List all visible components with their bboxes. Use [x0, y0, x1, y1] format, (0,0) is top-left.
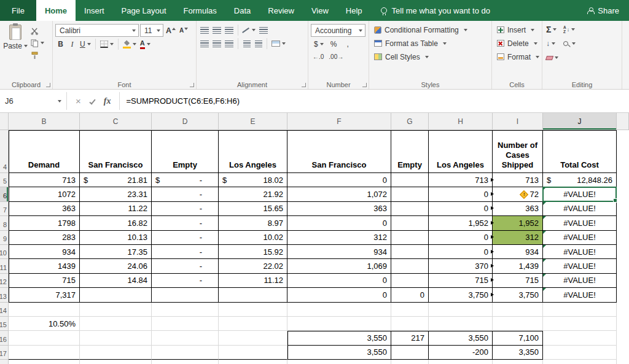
cell-D17[interactable] — [152, 346, 219, 360]
row-header-14[interactable]: 14 — [0, 303, 9, 317]
align-center-button[interactable] — [211, 37, 222, 50]
cell-H8[interactable]: 1,952 — [429, 216, 493, 230]
cell-E18[interactable] — [219, 360, 287, 364]
cell-B7[interactable]: 363 — [9, 202, 80, 216]
cell-D7[interactable]: - — [152, 202, 219, 216]
cell-C17[interactable] — [80, 346, 152, 360]
cell-H13[interactable]: 3,750 — [429, 288, 493, 302]
cell-I14[interactable] — [493, 303, 543, 317]
row-header-7[interactable]: 7 — [0, 202, 9, 216]
cell-E4[interactable]: Los Angeles — [219, 130, 287, 173]
cell-J8[interactable]: #VALUE! — [543, 216, 617, 230]
cell-B8[interactable]: 1798 — [9, 216, 80, 230]
font-size-select[interactable]: 11 — [140, 24, 163, 37]
cell-B4[interactable]: Demand — [9, 130, 80, 173]
column-header-G[interactable]: G — [391, 113, 429, 130]
cell-J14[interactable] — [543, 303, 617, 317]
cell-C13[interactable] — [80, 288, 152, 302]
cell-E17[interactable] — [219, 346, 287, 360]
cell-B9[interactable]: 283 — [9, 231, 80, 245]
cell-D10[interactable]: - — [152, 245, 219, 259]
cell-I4[interactable]: Number of Cases Shipped — [493, 130, 543, 173]
cell-F16[interactable]: 3,550 — [287, 331, 391, 345]
cell-D8[interactable]: - — [152, 216, 219, 230]
cell-F18[interactable] — [287, 360, 391, 364]
increase-decimal-button[interactable]: ←.0 — [311, 52, 326, 61]
enter-check-icon[interactable] — [89, 98, 95, 104]
insert-cells-button[interactable]: Insert — [495, 23, 539, 36]
cell-H9[interactable]: 0 — [429, 231, 493, 245]
cell-C8[interactable]: 16.82 — [80, 216, 152, 230]
cell-C11[interactable]: 24.06 — [80, 259, 152, 273]
cell-I16[interactable]: 7,100 — [493, 331, 543, 345]
cell-D15[interactable] — [152, 317, 219, 331]
cell-F5[interactable]: 0 — [287, 173, 391, 187]
cell-E13[interactable] — [219, 288, 287, 302]
cell-E10[interactable]: 15.92 — [219, 245, 287, 259]
underline-button[interactable]: U — [79, 38, 92, 50]
copy-button[interactable] — [29, 38, 45, 48]
tab-formulas[interactable]: Formulas — [175, 0, 225, 21]
cell-C9[interactable]: 10.13 — [80, 231, 152, 245]
formula-input[interactable]: =SUMPRODUCT(C6:E6,F6:H6) — [120, 90, 629, 112]
format-as-table-button[interactable]: Format as Table — [372, 37, 488, 50]
cell-H7[interactable]: 0 — [429, 202, 493, 216]
font-name-select[interactable]: Calibri — [55, 24, 139, 37]
fill-color-button[interactable] — [122, 38, 138, 50]
cell-I7[interactable]: 363 — [493, 202, 543, 216]
cell-G10[interactable] — [391, 245, 429, 259]
insert-function-icon[interactable]: fx — [104, 96, 111, 106]
cell-E16[interactable] — [219, 331, 287, 345]
bold-button[interactable]: B — [55, 38, 66, 50]
row-header-12[interactable]: 12 — [0, 274, 9, 288]
cut-button[interactable] — [29, 26, 45, 36]
column-header-F[interactable]: F — [287, 113, 391, 130]
cell-E8[interactable]: 8.97 — [219, 216, 287, 230]
cell-J12[interactable]: #VALUE! — [543, 274, 617, 288]
cell-E6[interactable]: 21.92 — [219, 187, 287, 201]
cell-I9[interactable]: 312 — [493, 231, 543, 245]
select-all-corner[interactable] — [0, 113, 9, 130]
cell-H18[interactable] — [429, 360, 493, 364]
name-box[interactable]: J6 — [0, 90, 66, 112]
cancel-icon[interactable]: × — [76, 96, 81, 106]
cell-H10[interactable]: 0 — [429, 245, 493, 259]
cell-F14[interactable] — [287, 303, 391, 317]
cell-G9[interactable] — [391, 231, 429, 245]
column-header-H[interactable]: H — [429, 113, 493, 130]
cell-F8[interactable]: 0 — [287, 216, 391, 230]
borders-button[interactable] — [99, 38, 115, 50]
cell-H15[interactable] — [429, 317, 493, 331]
cell-F15[interactable] — [287, 317, 391, 331]
dialog-launcher-icon[interactable] — [46, 83, 50, 87]
decrease-indent-button[interactable] — [241, 37, 252, 50]
column-header-C[interactable]: C — [80, 113, 152, 130]
row-header-5[interactable]: 5 — [0, 173, 9, 187]
cell-B13[interactable]: 7,317 — [9, 288, 80, 302]
cell-I6[interactable]: !72 — [493, 187, 543, 201]
row-header-9[interactable]: 9 — [0, 231, 9, 245]
cell-D14[interactable] — [152, 303, 219, 317]
error-warning-icon[interactable]: ! — [519, 190, 528, 199]
cell-D13[interactable] — [152, 288, 219, 302]
cell-J7[interactable]: #VALUE! — [543, 202, 617, 216]
align-bottom-button[interactable] — [224, 24, 235, 36]
cell-E12[interactable]: 11.12 — [219, 274, 287, 288]
cell-J13[interactable]: #VALUE! — [543, 288, 617, 302]
cell-D12[interactable]: - — [152, 274, 219, 288]
cell-H11[interactable]: 370 — [429, 259, 493, 273]
cell-G17[interactable] — [391, 346, 429, 360]
cell-F10[interactable]: 934 — [287, 245, 391, 259]
row-header-15[interactable]: 15 — [0, 317, 9, 331]
cell-I18[interactable] — [493, 360, 543, 364]
column-header-J[interactable]: J — [543, 113, 617, 130]
cell-F17[interactable]: 3,550 — [287, 346, 391, 360]
number-format-select[interactable]: Accounting — [311, 24, 365, 37]
cell-B5[interactable]: 713 — [9, 173, 80, 187]
orientation-button[interactable] — [241, 24, 257, 36]
cell-C7[interactable]: 11.22 — [80, 202, 152, 216]
clear-button[interactable] — [546, 52, 558, 63]
cell-C10[interactable]: 17.35 — [80, 245, 152, 259]
column-header-B[interactable]: B — [9, 113, 80, 130]
cell-H17[interactable]: -200 — [429, 346, 493, 360]
